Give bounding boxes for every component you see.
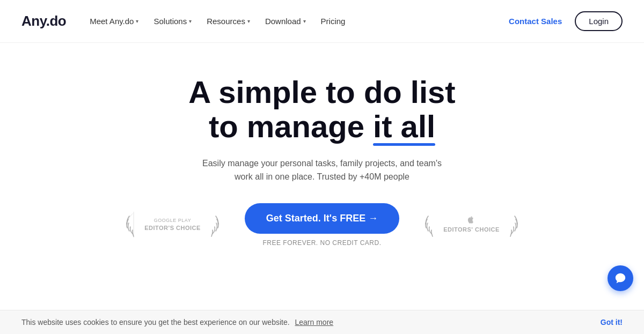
nav-right: Contact Sales Login bbox=[502, 11, 623, 31]
nav-item-pricing[interactable]: Pricing bbox=[314, 12, 352, 30]
hero-title: A simple to do list to manage it all bbox=[188, 75, 455, 144]
chevron-down-icon: ▾ bbox=[189, 18, 192, 24]
hero-underlined-text: it all bbox=[373, 109, 435, 144]
google-play-badge: GOOGLE PLAY EDITOR'S CHOICE bbox=[126, 211, 219, 239]
google-badge-text: GOOGLE PLAY EDITOR'S CHOICE bbox=[144, 218, 201, 232]
nav-label: Pricing bbox=[321, 17, 346, 26]
nav-item-meetanydo[interactable]: Meet Any.do ▾ bbox=[83, 12, 145, 30]
nav-label: Meet Any.do bbox=[90, 17, 134, 26]
login-button[interactable]: Login bbox=[575, 11, 623, 31]
chat-icon bbox=[614, 272, 626, 284]
chevron-down-icon: ▾ bbox=[247, 18, 250, 24]
apple-editors-badge: Editors' Choice bbox=[425, 211, 518, 239]
nav-item-download[interactable]: Download ▾ bbox=[259, 12, 312, 30]
logo[interactable]: Any.do bbox=[21, 13, 66, 29]
learn-more-link[interactable]: Learn more bbox=[295, 318, 334, 326]
apple-icon bbox=[467, 216, 475, 225]
apple-laurel-left-icon bbox=[425, 211, 440, 239]
apple-laurel-right-icon bbox=[503, 211, 518, 239]
laurel-left-icon bbox=[126, 211, 141, 239]
hero-section: A simple to do list to manage it all Eas… bbox=[0, 43, 644, 247]
get-started-button[interactable]: Get Started. It's FREE → bbox=[245, 203, 399, 234]
nav-label: Download bbox=[265, 17, 301, 26]
cookie-accept-button[interactable]: Got it! bbox=[601, 318, 623, 326]
cta-wrapper: Get Started. It's FREE → FREE FOREVER. N… bbox=[245, 203, 399, 247]
cookie-bar: This website uses cookies to ensure you … bbox=[0, 310, 644, 334]
nav-item-solutions[interactable]: Solutions ▾ bbox=[147, 12, 198, 30]
main-nav: Meet Any.do ▾ Solutions ▾ Resources ▾ Do… bbox=[83, 12, 502, 30]
chat-bubble-button[interactable] bbox=[608, 265, 633, 291]
nav-item-resources[interactable]: Resources ▾ bbox=[200, 12, 257, 30]
nav-label: Resources bbox=[207, 17, 245, 26]
cta-subtext: FREE FOREVER. NO CREDIT CARD. bbox=[263, 239, 382, 247]
laurel-right-icon bbox=[204, 211, 219, 239]
cta-area: GOOGLE PLAY EDITOR'S CHOICE Get Started.… bbox=[126, 203, 518, 247]
chevron-down-icon: ▾ bbox=[136, 18, 138, 24]
apple-badge-text: Editors' Choice bbox=[443, 216, 500, 233]
cookie-message: This website uses cookies to ensure you … bbox=[21, 318, 333, 326]
header: Any.do Meet Any.do ▾ Solutions ▾ Resourc… bbox=[0, 0, 644, 43]
nav-label: Solutions bbox=[153, 17, 187, 26]
chevron-down-icon: ▾ bbox=[303, 18, 306, 24]
hero-subtitle: Easily manage your personal tasks, famil… bbox=[193, 157, 451, 184]
contact-sales-link[interactable]: Contact Sales bbox=[502, 12, 568, 30]
